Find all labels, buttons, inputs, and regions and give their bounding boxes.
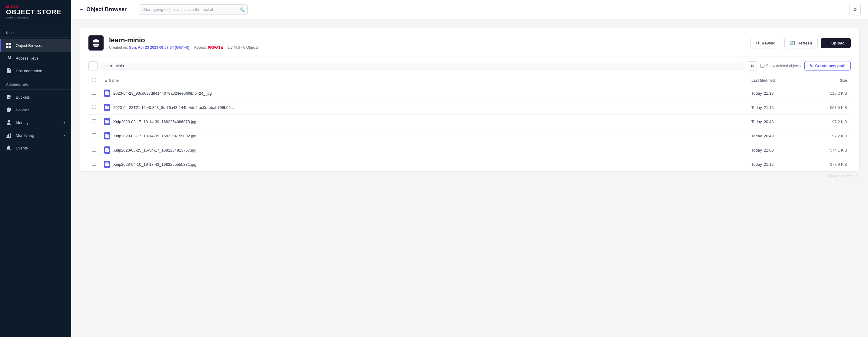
file-svg-icon xyxy=(105,134,109,138)
chevron-down-icon: ▾ xyxy=(64,134,65,137)
nav-back-button[interactable]: ‹ xyxy=(88,61,97,70)
brand-title: OBJECT STORE xyxy=(6,8,65,16)
person-icon xyxy=(6,120,11,125)
file-svg-icon xyxy=(105,91,109,95)
main-area: ← Object Browser 🔍 ⚙ learn-minio xyxy=(71,0,868,337)
row-size-cell: 377.9 KiB xyxy=(808,157,851,171)
row-checkbox[interactable] xyxy=(92,105,96,109)
refresh-icon: 🔄 xyxy=(790,41,795,45)
file-icon xyxy=(104,118,110,125)
file-browser-toolbar: ‹ learn-minio ⧉ Show deleted objects ✎ C… xyxy=(88,57,851,75)
show-deleted-label[interactable]: Show deleted objects xyxy=(761,64,801,68)
content-area: learn-minio Created on: Sun, Apr 23 2023… xyxy=(71,20,868,337)
col-modified-label: Last Modified xyxy=(751,78,775,82)
sidebar-item-label: Identity xyxy=(16,121,28,125)
file-svg-icon xyxy=(105,148,109,152)
user-section-label: User xyxy=(0,25,71,36)
row-size-cell: 97.2 KiB xyxy=(808,115,851,129)
created-label: Created on: xyxy=(109,45,128,49)
settings-button[interactable]: ⚙ xyxy=(849,4,861,15)
row-checkbox-cell xyxy=(88,115,100,129)
row-modified-cell: Today, 20:48 xyxy=(748,115,808,129)
sidebar-item-events[interactable]: Events xyxy=(0,142,71,154)
table-row[interactable]: Xnip2023-03-17_10-14-39_1682254086878.jp… xyxy=(88,115,851,129)
file-svg-icon xyxy=(105,163,109,166)
back-button[interactable]: ← Object Browser xyxy=(79,6,127,13)
bucket-meta: Created on: Sun, Apr 23 2023 09:57:04 (G… xyxy=(109,45,745,49)
table-row[interactable]: 2023-04-23T21:16:40.323_8df76a43-144b-4d… xyxy=(88,100,851,115)
table-row[interactable]: Xnip2023-03-25_16-54-17_1682254813757.jp… xyxy=(88,143,851,157)
svg-rect-1 xyxy=(9,43,11,45)
sidebar-item-monitoring[interactable]: Monitoring ▾ xyxy=(0,129,71,142)
row-checkbox[interactable] xyxy=(92,162,96,166)
table-row[interactable]: 2023-04-23_93cd687d84144079a024ee0f69bf5… xyxy=(88,86,851,100)
sidebar-item-label: Documentation xyxy=(16,69,42,73)
col-size-header[interactable]: Size xyxy=(808,75,851,86)
logo-area: MINIO OBJECT STORE AGPLV LICENSE xyxy=(0,0,71,25)
row-checkbox[interactable] xyxy=(92,133,96,137)
row-file-name[interactable]: 2023-04-23_93cd687d84144079a024ee0f69bf5… xyxy=(113,91,212,96)
sidebar-item-documentation[interactable]: Documentation xyxy=(0,64,71,77)
admin-section-label: Administrator xyxy=(0,77,71,88)
svg-rect-0 xyxy=(6,43,8,45)
col-size-label: Size xyxy=(840,78,847,82)
table-header-row: ▲ Name Last Modified Size xyxy=(88,75,851,86)
row-file-name[interactable]: Xnip2023-03-17_10-14-39_1682254159002.jp… xyxy=(113,134,196,138)
table-row[interactable]: Xnip2023-04-10_19-17-43_1682255555331.jp… xyxy=(88,157,851,171)
row-name-cell: Xnip2023-03-17_10-14-39_1682254159002.jp… xyxy=(100,129,748,143)
row-file-name[interactable]: 2023-04-23T21:16:40.323_8df76a43-144b-4d… xyxy=(113,105,234,110)
row-file-name[interactable]: Xnip2023-04-10_19-17-43_1682255555331.jp… xyxy=(113,162,196,167)
file-icon xyxy=(104,146,110,154)
sidebar-item-object-browser[interactable]: Object Browser xyxy=(0,39,71,52)
chart-icon xyxy=(6,133,11,138)
breadcrumb: learn-minio xyxy=(101,62,744,70)
bucket-header: learn-minio Created on: Sun, Apr 23 2023… xyxy=(88,35,851,57)
sidebar-item-buckets[interactable]: Buckets xyxy=(0,91,71,103)
row-modified-cell: Today, 21:00 xyxy=(748,143,808,157)
row-checkbox-cell xyxy=(88,143,100,157)
row-file-name[interactable]: Xnip2023-03-25_16-54-17_1682254813757.jp… xyxy=(113,148,196,153)
sidebar-item-access-keys[interactable]: Access Keys xyxy=(0,52,71,64)
back-arrow-icon: ← xyxy=(79,6,84,13)
upload-button[interactable]: ↑ Upload xyxy=(821,38,851,48)
file-icon xyxy=(104,161,110,168)
col-modified-header[interactable]: Last Modified xyxy=(748,75,808,86)
row-checkbox[interactable] xyxy=(92,119,96,123)
bucket-icon-box xyxy=(88,35,103,50)
sidebar-item-identity[interactable]: Identity ▾ xyxy=(0,116,71,129)
bell-icon xyxy=(6,145,11,150)
size-info: 1.7 MiB - 6 Objects xyxy=(228,45,259,49)
sidebar-item-label: Policies xyxy=(16,108,29,112)
sidebar-item-policies[interactable]: Policies xyxy=(0,103,71,116)
file-table-head: ▲ Name Last Modified Size xyxy=(88,75,851,86)
copy-path-button[interactable]: ⧉ xyxy=(748,61,757,70)
rewind-label: Rewind xyxy=(762,41,776,45)
file-icon xyxy=(104,90,110,97)
row-checkbox-cell xyxy=(88,100,100,115)
show-deleted-checkbox[interactable] xyxy=(761,64,765,68)
row-checkbox-cell xyxy=(88,86,100,100)
rewind-button[interactable]: ↺ Rewind xyxy=(750,38,781,48)
col-name-label: Name xyxy=(109,78,119,82)
row-checkbox[interactable] xyxy=(92,147,96,151)
select-all-checkbox[interactable] xyxy=(92,78,96,82)
create-path-label: Create new path xyxy=(815,64,845,68)
row-name-cell: Xnip2023-03-17_10-14-39_1682254086878.jp… xyxy=(100,115,748,129)
refresh-button[interactable]: 🔄 Refresh xyxy=(784,38,818,48)
row-checkbox[interactable] xyxy=(92,91,96,95)
footer-note: CSDN @一初Java不加班 xyxy=(80,171,860,179)
brand-license: AGPLV LICENSE xyxy=(6,16,65,19)
row-size-cell: 97.2 KiB xyxy=(808,129,851,143)
col-name-header[interactable]: ▲ Name xyxy=(100,75,748,86)
shield-icon xyxy=(6,107,11,112)
col-check-all[interactable] xyxy=(88,75,100,86)
page-title: Object Browser xyxy=(86,6,127,13)
row-file-name[interactable]: Xnip2023-03-17_10-14-39_1682254086878.jp… xyxy=(113,120,196,124)
create-path-icon: ✎ xyxy=(810,64,813,68)
sidebar-divider-1 xyxy=(0,37,71,38)
search-input[interactable] xyxy=(139,4,248,15)
create-new-path-button[interactable]: ✎ Create new path xyxy=(804,61,851,70)
search-icon[interactable]: 🔍 xyxy=(240,7,245,12)
table-row[interactable]: Xnip2023-03-17_10-14-39_1682254159002.jp… xyxy=(88,129,851,143)
row-size-cell: 116.2 KiB xyxy=(808,86,851,100)
